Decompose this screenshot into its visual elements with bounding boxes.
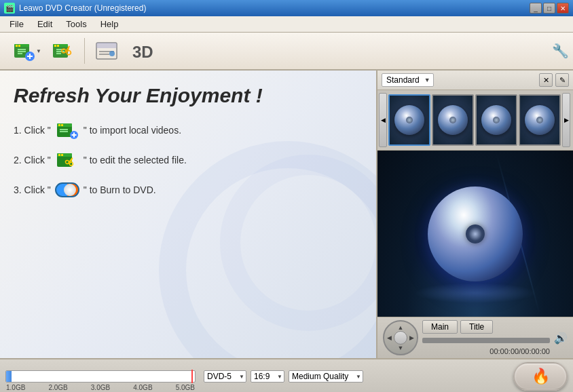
menu-tools[interactable]: Tools — [59, 18, 93, 31]
storage-markers: 1.0GB 2.0GB 3.0GB 4.0GB 5.0GB — [6, 384, 195, 391]
disc-menu-button[interactable] — [90, 35, 123, 66]
instruction-1-num: 1. Click " — [14, 125, 51, 136]
nav-up[interactable]: ▲ — [398, 324, 404, 331]
dvd-type-select[interactable]: DVD-5 DVD-9 — [204, 370, 246, 383]
instruction-3-num: 3. Click " — [14, 184, 51, 195]
edit-icon — [55, 151, 79, 170]
thumbnail-1[interactable] — [388, 94, 430, 146]
toolbar-separator-1 — [84, 38, 85, 64]
3d-button[interactable]: 3D — [126, 35, 158, 66]
burn-button[interactable]: 🔥 — [513, 362, 568, 391]
playback-info: Main Title 00:00:00/00:00:00 — [422, 320, 550, 355]
instruction-2-num: 2. Click " — [14, 155, 51, 165]
storage-row: 1.0GB 2.0GB 3.0GB 4.0GB 5.0GB DVD-5 DVD-… — [0, 359, 573, 392]
svg-rect-13 — [57, 45, 59, 47]
svg-rect-39 — [61, 154, 63, 156]
storage-marker-1gb: 1.0GB — [6, 384, 25, 391]
nav-left[interactable]: ◀ — [387, 334, 392, 341]
nav-down[interactable]: ▼ — [398, 345, 404, 351]
import-icon — [55, 121, 79, 140]
add-video-button[interactable]: ▼ — [4, 35, 43, 66]
add-video-icon — [13, 40, 35, 62]
window-title: Leawo DVD Creator (Unregistered) — [19, 3, 530, 13]
svg-rect-22 — [96, 43, 117, 48]
nav-center[interactable] — [394, 331, 407, 345]
thumbnail-3[interactable] — [475, 94, 517, 146]
disc-type-arrow: ▼ — [424, 77, 430, 83]
svg-text:3D: 3D — [132, 43, 153, 61]
time-display: 00:00:00/00:00:00 — [422, 347, 550, 355]
disc-type-dropdown[interactable]: Standard ▼ — [382, 73, 434, 87]
storage-limit-marker — [191, 370, 193, 383]
disc-controls: ✕ ✎ — [539, 73, 569, 87]
burn-switch-icon — [55, 180, 79, 199]
settings-button[interactable]: 🔧 — [552, 43, 569, 59]
instruction-2: 2. Click " " to edit the s — [14, 151, 363, 170]
minimize-button[interactable]: _ — [530, 3, 542, 14]
quality-select[interactable]: High Quality Medium Quality Low Quality — [289, 370, 363, 383]
toolbar: ▼ — [0, 33, 573, 71]
svg-rect-29 — [58, 124, 60, 126]
thumbnails-prev[interactable]: ◀ — [379, 93, 387, 147]
preview-area — [377, 151, 573, 317]
disc-menu-icon — [96, 40, 117, 62]
storage-fill — [6, 371, 12, 382]
storage-marker-4gb: 4.0GB — [133, 384, 152, 391]
progress-bar[interactable] — [422, 338, 550, 343]
storage-marker-5gb: 5.0GB — [176, 384, 195, 391]
menu-bar: File Edit Tools Help — [0, 16, 573, 33]
disc-type-label: Standard — [386, 75, 420, 85]
nav-cluster[interactable]: ▲ ▼ ◀ ▶ — [383, 320, 418, 355]
disc-edit-button[interactable]: ✎ — [555, 73, 569, 87]
main-button[interactable]: Main — [422, 320, 458, 334]
add-video-dropdown-arrow[interactable]: ▼ — [36, 48, 41, 54]
main-area: Refresh Your Enjoyment ! 1. Click " " t — [0, 71, 573, 358]
svg-rect-2 — [16, 45, 18, 47]
nav-ring: ▲ ▼ ◀ ▶ — [383, 320, 418, 355]
svg-rect-38 — [58, 154, 60, 156]
disc-delete-button[interactable]: ✕ — [539, 73, 553, 87]
playback-row: ▲ ▼ ◀ ▶ Main Title 00 — [383, 320, 568, 355]
close-button[interactable]: ✕ — [557, 3, 569, 14]
thumbnails-next[interactable]: ▶ — [562, 93, 570, 147]
svg-rect-12 — [54, 45, 56, 47]
nav-right[interactable]: ▶ — [409, 334, 414, 341]
bottom-bar: 1.0GB 2.0GB 3.0GB 4.0GB 5.0GB DVD-5 DVD-… — [0, 358, 573, 392]
playback-controls: ▲ ▼ ◀ ▶ Main Title 00 — [377, 317, 573, 358]
aspect-ratio-select[interactable]: 16:9 4:3 — [251, 370, 284, 383]
instruction-1: 1. Click " " to import local videos. — [14, 121, 363, 140]
instruction-2-text: " to edit the selected file. — [84, 155, 187, 165]
menu-help[interactable]: Help — [94, 18, 126, 31]
menu-edit[interactable]: Edit — [31, 18, 59, 31]
instruction-3: 3. Click " " to Burn to DVD. — [14, 180, 363, 199]
3d-icon: 3D — [131, 40, 153, 62]
volume-button[interactable]: 🔊 — [554, 332, 568, 345]
instruction-3-text: " to Burn to DVD. — [84, 184, 156, 195]
menu-file[interactable]: File — [3, 18, 31, 31]
quality-wrapper: High Quality Medium Quality Low Quality … — [289, 370, 363, 383]
welcome-title: Refresh Your Enjoyment ! — [14, 84, 363, 107]
aspect-ratio-wrapper: 16:9 4:3 ▼ — [251, 370, 284, 383]
title-bar: 🎬 Leawo DVD Creator (Unregistered) _ □ ✕ — [0, 0, 573, 16]
app-icon: 🎬 — [4, 3, 15, 14]
disc-selector: Standard ▼ ✕ ✎ — [377, 71, 573, 90]
edit-video-icon — [52, 40, 73, 62]
svg-point-25 — [109, 51, 115, 56]
title-button[interactable]: Title — [460, 320, 493, 334]
storage-marker-2gb: 2.0GB — [48, 384, 67, 391]
disc-reflection — [414, 283, 536, 303]
thumbnail-4[interactable] — [519, 94, 561, 146]
instruction-1-text: " to import local videos. — [84, 125, 181, 136]
thumbnail-2[interactable] — [432, 94, 474, 146]
svg-rect-3 — [18, 45, 20, 47]
burn-flame-icon: 🔥 — [532, 368, 550, 385]
maximize-button[interactable]: □ — [543, 3, 555, 14]
menu-title-buttons: Main Title — [422, 320, 550, 334]
storage-marker-3gb: 3.0GB — [91, 384, 110, 391]
disc-preview — [428, 187, 523, 281]
right-panel: Standard ▼ ✕ ✎ ◀ ▶ — [376, 71, 573, 358]
edit-video-button[interactable] — [46, 35, 79, 66]
svg-rect-30 — [61, 124, 63, 126]
storage-bar: 1.0GB 2.0GB 3.0GB 4.0GB 5.0GB — [5, 370, 196, 383]
dvd-type-wrapper: DVD-5 DVD-9 ▼ — [204, 370, 246, 383]
